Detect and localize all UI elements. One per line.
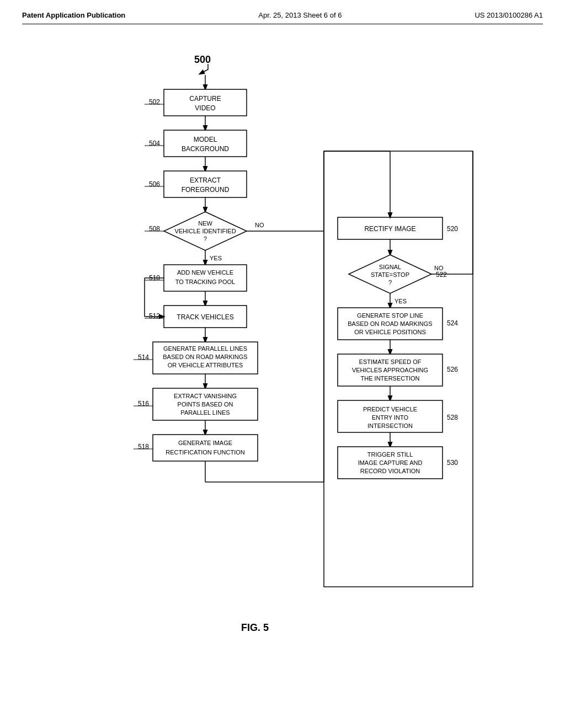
svg-text:504: 504 (149, 140, 160, 147)
svg-text:VEHICLES APPROACHING: VEHICLES APPROACHING (352, 367, 428, 373)
svg-text:528: 528 (447, 414, 458, 421)
svg-text:EXTRACT VANISHING: EXTRACT VANISHING (174, 393, 237, 399)
svg-text:YES: YES (395, 298, 407, 304)
svg-text:514: 514 (138, 354, 149, 361)
page-header: Patent Application Publication Apr. 25, … (22, 11, 543, 24)
svg-text:CAPTURE: CAPTURE (189, 95, 221, 103)
svg-text:INTERSECTION: INTERSECTION (367, 422, 413, 429)
svg-text:526: 526 (447, 366, 458, 373)
svg-text:BASED ON ROAD MARKINGS: BASED ON ROAD MARKINGS (348, 320, 432, 327)
svg-text:BACKGROUND: BACKGROUND (182, 145, 229, 153)
svg-text:POINTS BASED ON: POINTS BASED ON (178, 401, 233, 408)
diagram-area: 500 CAPTURE VIDEO 502 MODEL BACKGROUND 5… (22, 41, 543, 647)
svg-text:522: 522 (436, 271, 447, 279)
svg-text:VEHICLE IDENTIFIED: VEHICLE IDENTIFIED (174, 228, 236, 234)
svg-text:NEW: NEW (198, 220, 212, 227)
svg-text:TRIGGER STILL: TRIGGER STILL (367, 451, 413, 458)
svg-text:512: 512 (149, 312, 160, 320)
page: Patent Application Publication Apr. 25, … (0, 0, 565, 728)
svg-text:?: ? (204, 235, 207, 242)
fig-label: FIG. 5 (241, 622, 269, 633)
svg-text:ENTRY INTO: ENTRY INTO (372, 414, 408, 421)
svg-text:STATE=STOP: STATE=STOP (371, 271, 409, 278)
svg-text:EXTRACT: EXTRACT (190, 176, 221, 184)
flowchart-svg: 500 CAPTURE VIDEO 502 MODEL BACKGROUND 5… (67, 41, 498, 647)
svg-text:?: ? (388, 279, 392, 286)
svg-text:508: 508 (149, 225, 160, 233)
svg-text:506: 506 (149, 180, 160, 188)
node-518 (153, 435, 258, 461)
header-left: Patent Application Publication (22, 11, 125, 19)
svg-text:530: 530 (447, 459, 458, 467)
svg-text:516: 516 (138, 400, 149, 408)
svg-text:520: 520 (447, 225, 458, 233)
svg-text:NO: NO (255, 222, 264, 228)
svg-text:MODEL: MODEL (194, 136, 217, 143)
svg-text:IMAGE CAPTURE AND: IMAGE CAPTURE AND (358, 459, 423, 466)
svg-text:TRACK VEHICLES: TRACK VEHICLES (177, 313, 233, 321)
svg-text:ADD NEW VEHICLE: ADD NEW VEHICLE (177, 269, 233, 276)
diagram-number-label: 500 (194, 54, 211, 65)
svg-text:NO: NO (434, 265, 444, 271)
header-right: US 2013/0100286 A1 (475, 11, 543, 19)
svg-text:PREDICT VEHICLE: PREDICT VEHICLE (363, 406, 417, 413)
svg-text:BASED ON ROAD MARKINGS: BASED ON ROAD MARKINGS (163, 354, 247, 360)
svg-text:YES: YES (210, 255, 222, 261)
svg-text:GENERATE STOP LINE: GENERATE STOP LINE (357, 312, 423, 319)
svg-text:SIGNAL: SIGNAL (379, 264, 401, 270)
svg-text:GENERATE PARALLEL LINES: GENERATE PARALLEL LINES (163, 345, 247, 352)
header-center: Apr. 25, 2013 Sheet 6 of 6 (258, 11, 342, 19)
svg-text:FOREGROUND: FOREGROUND (182, 186, 230, 194)
svg-text:OR VEHICLE POSITIONS: OR VEHICLE POSITIONS (354, 329, 426, 335)
svg-text:502: 502 (149, 98, 160, 106)
svg-text:THE INTERSECTION: THE INTERSECTION (361, 375, 420, 382)
svg-text:OR VEHICLE ATTRIBUTES: OR VEHICLE ATTRIBUTES (168, 362, 243, 368)
svg-text:TO TRACKING POOL: TO TRACKING POOL (175, 279, 235, 285)
svg-text:RECTIFICATION FUNCTION: RECTIFICATION FUNCTION (166, 449, 244, 456)
svg-text:GENERATE IMAGE: GENERATE IMAGE (178, 440, 232, 446)
svg-text:518: 518 (138, 443, 149, 451)
svg-text:ESTIMATE SPEED OF: ESTIMATE SPEED OF (359, 358, 422, 365)
svg-text:RECTIFY IMAGE: RECTIFY IMAGE (364, 225, 415, 233)
svg-text:PARALLEL LINES: PARALLEL LINES (180, 409, 230, 416)
svg-text:524: 524 (447, 319, 458, 327)
svg-text:VIDEO: VIDEO (195, 104, 215, 112)
svg-text:RECORD VIOLATION: RECORD VIOLATION (360, 468, 420, 474)
